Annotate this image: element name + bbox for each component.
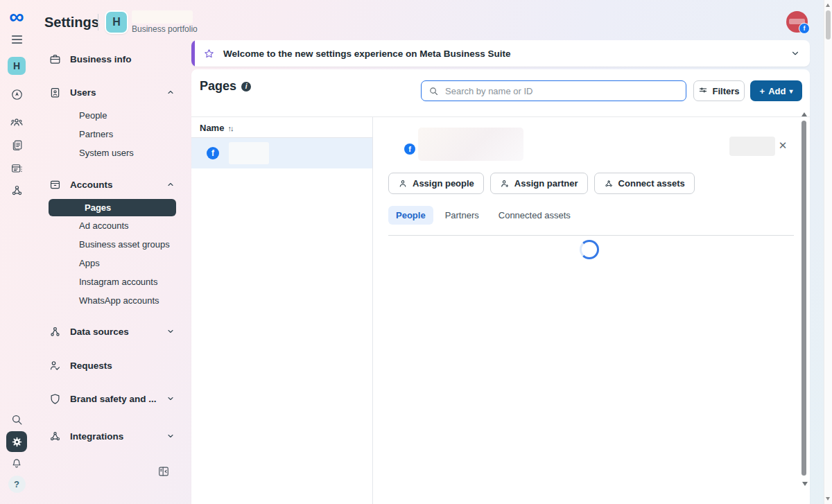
plus-icon: + <box>760 86 765 96</box>
page-scrollbar-up-arrow[interactable] <box>826 3 830 7</box>
scrollbar-down-arrow[interactable] <box>802 482 808 486</box>
sidebar-item-users[interactable]: Users <box>43 84 179 101</box>
gear-icon <box>6 431 27 452</box>
workspace-initial: H <box>8 57 26 75</box>
assign-partner-label: Assign partner <box>514 178 578 189</box>
tab-connected-assets[interactable]: Connected assets <box>491 206 578 225</box>
sidebar-item-apps[interactable]: Apps <box>43 254 179 271</box>
page-name-redacted <box>229 142 269 164</box>
pages-panel: Pages i Filters + Add ▾ Name ↑↓ f f ✕ <box>191 69 810 504</box>
help-glyph: ? <box>8 476 26 493</box>
page-row-selected[interactable]: f <box>191 138 372 168</box>
search-input[interactable] <box>444 85 686 97</box>
id-badge-icon <box>49 86 62 99</box>
assets-nodes-icon <box>604 179 614 189</box>
sidebar-item-system-users[interactable]: System users <box>43 144 179 161</box>
info-icon[interactable]: i <box>241 82 251 92</box>
chevron-up-icon <box>166 88 175 96</box>
pages-list-column: Name ↑↓ f <box>191 117 373 504</box>
user-avatar[interactable]: f <box>786 11 808 33</box>
search-icon[interactable] <box>0 412 33 426</box>
add-button[interactable]: + Add ▾ <box>750 80 802 101</box>
settings-sidebar: Business info Users People Partners Syst… <box>33 39 189 504</box>
scrollbar-up-arrow[interactable] <box>801 112 807 116</box>
sidebar-item-requests[interactable]: Requests <box>43 357 179 374</box>
detail-actions: Assign people Assign partner Connect ass… <box>388 173 695 194</box>
notifications-icon[interactable] <box>0 456 33 470</box>
business-assets-icon[interactable] <box>0 183 33 197</box>
page-scrollbar-thumb[interactable] <box>826 10 831 40</box>
page-title: Settings <box>44 15 99 31</box>
portfolio-type-label: Business portfolio <box>132 24 198 34</box>
sidebar-item-people[interactable]: People <box>43 107 179 123</box>
page-scrollbar[interactable] <box>824 0 832 504</box>
section-title-text: Pages <box>200 79 236 94</box>
sidebar-item-data-sources[interactable]: Data sources <box>43 323 179 340</box>
collapse-sidebar-icon[interactable] <box>157 464 171 478</box>
sidebar-item-integrations[interactable]: Integrations <box>43 428 179 444</box>
portfolio-name-redacted <box>132 10 193 24</box>
tab-people[interactable]: People <box>388 206 433 225</box>
connect-assets-label: Connect assets <box>618 178 685 189</box>
help-button[interactable]: ? <box>0 476 33 493</box>
workspace-avatar[interactable]: H <box>0 57 33 75</box>
close-icon[interactable]: ✕ <box>776 139 790 153</box>
banner-accent-bar <box>191 40 195 67</box>
chevron-down-icon <box>166 432 175 440</box>
welcome-banner[interactable]: Welcome to the new settings experience o… <box>191 40 810 67</box>
assign-partner-button[interactable]: Assign partner <box>490 173 588 194</box>
facebook-badge-icon: f <box>799 23 810 34</box>
portfolio-avatar[interactable]: H <box>105 10 128 34</box>
connect-assets-button[interactable]: Connect assets <box>594 173 695 194</box>
detail-id-redacted <box>729 137 775 156</box>
search-box[interactable] <box>421 80 686 101</box>
tab-people-label: People <box>396 210 426 220</box>
pages-icon[interactable] <box>0 138 33 152</box>
person-icon <box>398 179 408 189</box>
name-column-header[interactable]: Name ↑↓ <box>200 123 232 133</box>
filters-button[interactable]: Filters <box>693 80 745 101</box>
tabs-divider <box>388 235 794 236</box>
person-plus-icon <box>500 179 510 189</box>
section-title: Pages i <box>200 79 251 94</box>
left-icon-rail: ∞ H ? <box>0 0 33 504</box>
sidebar-item-business-info[interactable]: Business info <box>43 51 179 67</box>
shield-icon <box>49 392 62 406</box>
settings-icon-selected[interactable] <box>0 431 33 452</box>
integrations-nodes-icon <box>49 430 62 443</box>
caret-down-icon: ▾ <box>789 87 792 95</box>
tab-partners[interactable]: Partners <box>437 206 487 225</box>
name-header-label: Name <box>200 123 224 133</box>
filters-sliders-icon <box>698 86 708 96</box>
detail-page-name-redacted <box>418 128 523 161</box>
header-divider <box>98 14 98 31</box>
sidebar-item-ad-accounts[interactable]: Ad accounts <box>43 217 179 234</box>
page-scrollbar-down-arrow[interactable] <box>826 497 830 501</box>
sidebar-item-whatsapp-accounts[interactable]: WhatsApp accounts <box>43 292 179 309</box>
search-icon <box>428 86 439 96</box>
sidebar-item-partners[interactable]: Partners <box>43 125 179 142</box>
detail-tabs: People Partners Connected assets <box>388 206 578 225</box>
banner-chevron-down-icon[interactable] <box>790 49 800 58</box>
menu-icon[interactable] <box>0 33 33 46</box>
ads-icon[interactable] <box>0 161 33 175</box>
sidebar-item-accounts[interactable]: Accounts <box>43 176 179 193</box>
ads-manager-icon[interactable] <box>0 87 33 101</box>
tab-connected-assets-label: Connected assets <box>499 210 571 220</box>
banner-message: Welcome to the new settings experience o… <box>223 49 511 59</box>
audiences-icon[interactable] <box>0 115 33 129</box>
facebook-page-icon: f <box>207 147 219 159</box>
chevron-down-icon <box>166 394 175 403</box>
sidebar-item-instagram-accounts[interactable]: Instagram accounts <box>43 273 179 290</box>
meta-logo[interactable]: ∞ <box>0 6 33 28</box>
sort-icon: ↑↓ <box>227 124 232 132</box>
sidebar-item-pages-selected[interactable]: Pages <box>49 199 176 216</box>
briefcase-icon <box>49 53 62 66</box>
assign-people-button[interactable]: Assign people <box>388 173 484 194</box>
sidebar-item-business-asset-groups[interactable]: Business asset groups <box>43 236 179 252</box>
star-icon <box>203 48 215 60</box>
chevron-up-icon <box>166 180 175 189</box>
scrollbar-thumb[interactable] <box>801 121 806 476</box>
sidebar-item-brand-safety[interactable]: Brand safety and ... <box>43 390 179 407</box>
loading-spinner <box>580 240 599 259</box>
